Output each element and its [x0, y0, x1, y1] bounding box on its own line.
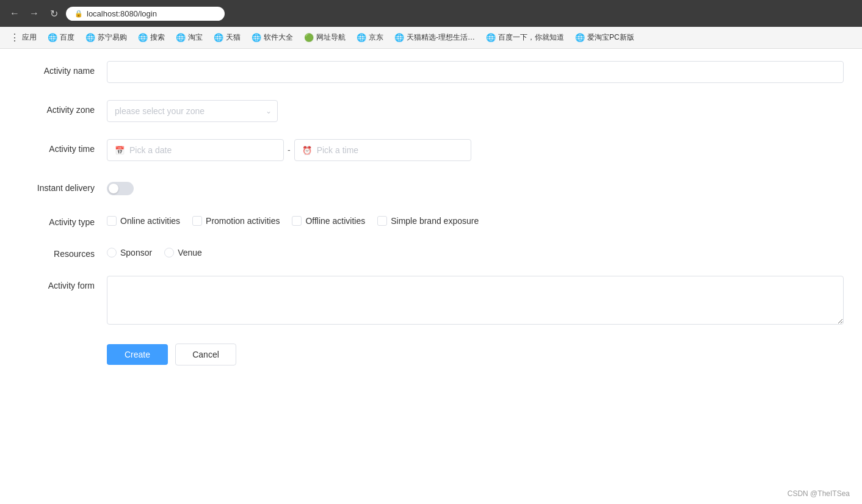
activity-name-field	[107, 61, 844, 83]
bookmark-baidu-search[interactable]: 🌐 百度一下，你就知道	[481, 30, 569, 45]
globe-icon-7: 🌐	[357, 33, 366, 42]
bookmark-software[interactable]: 🌐 软件大全	[247, 30, 298, 45]
activity-form-field	[107, 276, 844, 326]
activity-type-label: Activity type	[18, 212, 107, 227]
globe-icon-10: 🌐	[575, 33, 585, 42]
dash-separator: -	[286, 145, 292, 155]
bookmark-suning-label: 苏宁易购	[98, 32, 127, 43]
checkbox-brand[interactable]: Simple brand exposure	[377, 216, 479, 226]
activity-time-label: Activity time	[18, 139, 107, 154]
resources-label: Resources	[18, 244, 107, 259]
checkbox-offline-box	[292, 216, 302, 226]
calendar-icon: 📅	[115, 146, 125, 155]
globe-icon-6: 🌐	[252, 33, 261, 42]
checkbox-offline[interactable]: Offline activities	[292, 216, 365, 226]
radio-venue[interactable]: Venue	[164, 248, 202, 257]
form-container: Activity name Activity zone please selec…	[0, 49, 862, 378]
checkbox-promotion-box	[192, 216, 202, 226]
reload-button[interactable]: ↻	[46, 6, 61, 21]
activity-type-field: Online activities Promotion activities O…	[107, 212, 844, 226]
checkbox-promotion[interactable]: Promotion activities	[192, 216, 280, 226]
button-row: Create Cancel	[107, 344, 844, 365]
radio-sponsor-circle	[107, 248, 117, 257]
time-picker[interactable]: ⏰ Pick a time	[294, 139, 471, 161]
instant-delivery-field	[107, 178, 844, 195]
bookmark-apps-label: 应用	[22, 32, 37, 43]
bookmark-baidu-label: 百度	[60, 32, 74, 43]
forward-button[interactable]: →	[27, 6, 42, 21]
activity-zone-label: Activity zone	[18, 100, 107, 115]
bookmark-tmall-label: 天猫	[226, 32, 241, 43]
time-placeholder-text: Pick a time	[317, 145, 358, 155]
apps-icon: ⋮	[10, 32, 20, 43]
activity-name-input[interactable]	[107, 61, 844, 83]
cancel-button[interactable]: Cancel	[175, 344, 236, 365]
instant-delivery-row: Instant delivery	[18, 178, 844, 195]
resources-radio-group: Sponsor Venue	[107, 244, 844, 257]
activity-form-textarea[interactable]	[107, 276, 844, 325]
bookmark-taobao[interactable]: 🌐 淘宝	[171, 30, 208, 45]
checkbox-online-box	[107, 216, 117, 226]
instant-delivery-label: Instant delivery	[18, 178, 107, 193]
resources-row: Resources Sponsor Venue	[18, 244, 844, 259]
bookmark-tmall[interactable]: 🌐 天猫	[209, 30, 245, 45]
activity-zone-select-wrapper: please select your zone Zone 1 Zone 2 ⌄	[107, 100, 278, 122]
address-bar[interactable]: 🔒 localhost:8080/login	[66, 7, 225, 21]
globe-icon-5: 🌐	[214, 33, 223, 42]
date-picker[interactable]: 📅 Pick a date	[107, 139, 284, 161]
activity-type-checkbox-group: Online activities Promotion activities O…	[107, 212, 844, 226]
bookmark-aitaobao-label: 爱淘宝PC新版	[587, 32, 634, 43]
globe-icon-3: 🌐	[138, 33, 148, 42]
bookmark-jd[interactable]: 🌐 京东	[352, 30, 388, 45]
activity-time-field: 📅 Pick a date - ⏰ Pick a time	[107, 139, 844, 161]
activity-form-row: Activity form	[18, 276, 844, 326]
radio-sponsor-label: Sponsor	[120, 248, 152, 257]
bookmark-apps[interactable]: ⋮ 应用	[5, 29, 42, 46]
activity-zone-select[interactable]: please select your zone Zone 1 Zone 2	[107, 100, 278, 122]
bookmark-nav[interactable]: 🟢 网址导航	[299, 30, 350, 45]
activity-form-label: Activity form	[18, 276, 107, 290]
checkbox-brand-box	[377, 216, 387, 226]
activity-name-row: Activity name	[18, 61, 844, 83]
bookmark-aitaobao[interactable]: 🌐 爱淘宝PC新版	[570, 30, 639, 45]
bookmark-jd-label: 京东	[369, 32, 383, 43]
green-icon: 🟢	[304, 33, 314, 42]
checkbox-online[interactable]: Online activities	[107, 216, 180, 226]
checkbox-brand-label: Simple brand exposure	[391, 216, 479, 226]
bookmark-search[interactable]: 🌐 搜索	[133, 30, 170, 45]
bookmark-tmall-select-label: 天猫精选-理想生活…	[407, 32, 475, 43]
radio-sponsor[interactable]: Sponsor	[107, 248, 152, 257]
activity-type-row: Activity type Online activities Promotio…	[18, 212, 844, 227]
bookmark-tmall-select[interactable]: 🌐 天猫精选-理想生活…	[389, 30, 480, 45]
bookmark-software-label: 软件大全	[264, 32, 293, 43]
checkbox-offline-label: Offline activities	[305, 216, 365, 226]
checkbox-online-label: Online activities	[120, 216, 180, 226]
create-button[interactable]: Create	[107, 344, 168, 365]
back-button[interactable]: ←	[7, 6, 22, 21]
datetime-row: 📅 Pick a date - ⏰ Pick a time	[107, 139, 844, 161]
bookmark-baidu[interactable]: 🌐 百度	[43, 30, 79, 45]
radio-venue-circle	[164, 248, 174, 257]
date-placeholder-text: Pick a date	[129, 145, 172, 155]
activity-zone-row: Activity zone please select your zone Zo…	[18, 100, 844, 122]
bookmarks-bar: ⋮ 应用 🌐 百度 🌐 苏宁易购 🌐 搜索 🌐 淘宝 🌐 天猫 🌐 软件大全 🟢…	[0, 27, 862, 49]
bookmark-baidu-search-label: 百度一下，你就知道	[498, 32, 564, 43]
resources-field: Sponsor Venue	[107, 244, 844, 257]
clock-icon: ⏰	[302, 146, 312, 155]
globe-icon-9: 🌐	[486, 33, 496, 42]
globe-icon-8: 🌐	[394, 33, 404, 42]
globe-icon-1: 🌐	[48, 33, 57, 42]
radio-venue-label: Venue	[178, 248, 202, 257]
globe-icon-2: 🌐	[85, 33, 95, 42]
instant-delivery-toggle[interactable]	[107, 182, 134, 195]
globe-icon-4: 🌐	[176, 33, 186, 42]
lock-icon: 🔒	[74, 10, 83, 18]
browser-toolbar: ← → ↻ 🔒 localhost:8080/login	[0, 0, 862, 27]
instant-delivery-toggle-wrapper	[107, 178, 844, 195]
bookmark-suning[interactable]: 🌐 苏宁易购	[81, 30, 132, 45]
checkbox-promotion-label: Promotion activities	[206, 216, 280, 226]
bookmark-nav-label: 网址导航	[316, 32, 346, 43]
bookmark-taobao-label: 淘宝	[188, 32, 203, 43]
bookmark-search-label: 搜索	[150, 32, 165, 43]
activity-name-label: Activity name	[18, 61, 107, 76]
